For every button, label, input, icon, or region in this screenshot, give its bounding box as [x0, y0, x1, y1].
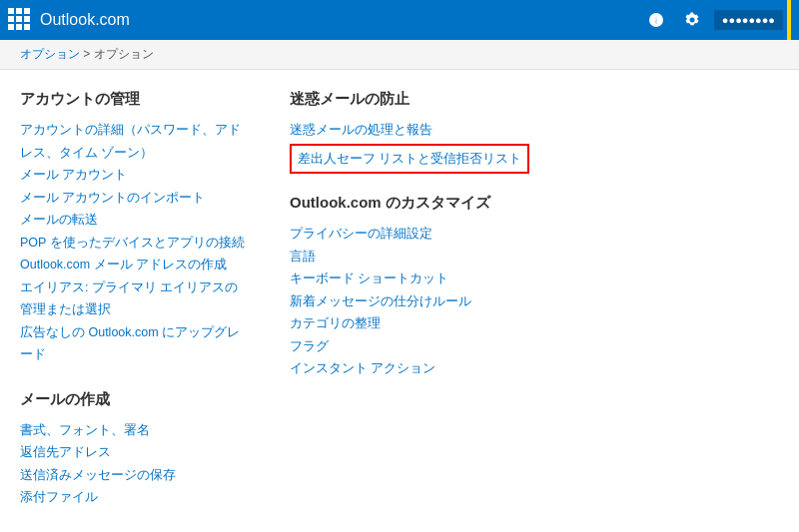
link-create-address[interactable]: Outlook.com メール アドレスの作成: [20, 254, 250, 276]
account-management-title: アカウントの管理: [20, 90, 250, 109]
app-title: Outlook.com: [40, 11, 642, 29]
link-account-details[interactable]: アカウントの詳細（パスワード、アドレス、タイム ゾーン）: [20, 119, 250, 164]
link-language[interactable]: 言語: [290, 246, 779, 268]
link-format-font-signature[interactable]: 書式、フォント、署名: [20, 419, 250, 442]
account-management-section: アカウントの管理 アカウントの詳細（パスワード、アドレス、タイム ゾーン） メー…: [20, 90, 250, 366]
right-column: 迷惑メールの防止 迷惑メールの処理と報告 差出人セーフ リストと受信拒否リスト …: [290, 90, 779, 532]
link-mail-account[interactable]: メール アカウント: [20, 164, 250, 187]
link-flags[interactable]: フラグ: [290, 335, 779, 358]
gear-icon[interactable]: [678, 6, 706, 34]
link-reply-to-address[interactable]: 返信先アドレス: [20, 441, 250, 464]
breadcrumb: オプション > オプション: [0, 40, 799, 70]
link-mail-account-import[interactable]: メール アカウントのインポート: [20, 187, 250, 210]
link-privacy-settings[interactable]: プライバシーの詳細設定: [290, 223, 779, 246]
link-safe-senders-blocked[interactable]: 差出人セーフ リストと受信拒否リスト: [290, 144, 529, 175]
link-alias[interactable]: エイリアス: プライマリ エイリアスの管理または選択: [20, 276, 250, 321]
link-instant-actions[interactable]: インスタント アクション: [290, 357, 779, 380]
spam-prevention-section: 迷惑メールの防止 迷惑メールの処理と報告 差出人セーフ リストと受信拒否リスト: [290, 90, 779, 174]
customize-title: Outlook.com のカスタマイズ: [290, 194, 779, 213]
customize-section: Outlook.com のカスタマイズ プライバシーの詳細設定 言語 キーボード…: [290, 194, 779, 380]
link-attachments[interactable]: 添付ファイル: [20, 486, 250, 509]
main-content: アカウントの管理 アカウントの詳細（パスワード、アドレス、タイム ゾーン） メー…: [0, 70, 799, 532]
compose-section: メールの作成 書式、フォント、署名 返信先アドレス 送信済みメッセージの保存 添…: [20, 390, 250, 509]
breadcrumb-current: オプション: [94, 47, 154, 61]
skype-icon[interactable]: S: [642, 6, 670, 34]
topbar-accent: [787, 0, 791, 40]
link-keyboard-shortcuts[interactable]: キーボード ショートカット: [290, 267, 779, 290]
link-mail-forwarding[interactable]: メールの転送: [20, 209, 250, 232]
link-pop-connection[interactable]: POP を使ったデバイスとアプリの接続: [20, 232, 250, 255]
breadcrumb-home[interactable]: オプション: [20, 47, 80, 61]
topbar: Outlook.com S ●●●●●●●●: [0, 0, 799, 40]
link-sorting-rules[interactable]: 新着メッセージの仕分けルール: [290, 290, 779, 313]
svg-text:S: S: [650, 14, 657, 26]
left-column: アカウントの管理 アカウントの詳細（パスワード、アドレス、タイム ゾーン） メー…: [20, 90, 250, 532]
link-category-management[interactable]: カテゴリの整理: [290, 312, 779, 335]
breadcrumb-separator: >: [80, 47, 94, 61]
grid-icon[interactable]: [8, 8, 32, 32]
compose-title: メールの作成: [20, 390, 250, 409]
link-upgrade[interactable]: 広告なしの Outlook.com にアップグレード: [20, 321, 250, 366]
link-spam-processing[interactable]: 迷惑メールの処理と報告: [290, 119, 779, 142]
link-save-sent[interactable]: 送信済みメッセージの保存: [20, 464, 250, 487]
spam-prevention-title: 迷惑メールの防止: [290, 90, 779, 109]
user-avatar[interactable]: ●●●●●●●●: [714, 10, 783, 30]
topbar-right: S ●●●●●●●●: [642, 6, 783, 34]
